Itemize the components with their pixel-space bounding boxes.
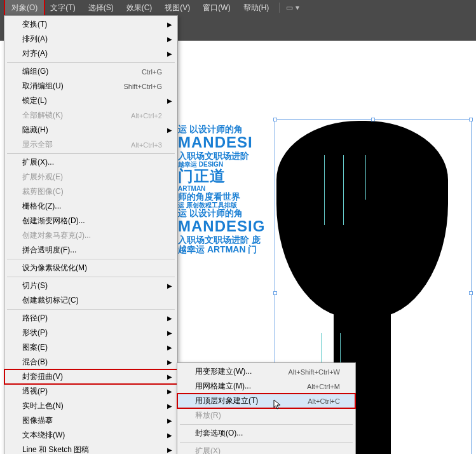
menu-type[interactable]: 文字(T) (44, 0, 81, 16)
menu-item-label: 路径(P) (22, 313, 48, 324)
submenu-arrow-icon: ▶ (167, 402, 172, 409)
menu-item: 全部解锁(K)Alt+Ctrl+2 (4, 108, 177, 123)
menu-item-label: 文本绕排(W) (22, 430, 65, 441)
handle-n[interactable] (371, 118, 375, 121)
menu-item[interactable]: Line 和 Sketch 图稿▶ (4, 443, 177, 454)
envelope-distort-submenu: 用变形建立(W)...Alt+Shift+Ctrl+W用网格建立(M)...Al… (177, 362, 356, 454)
menubar-separator (279, 3, 280, 13)
menu-item[interactable]: 图案(E)▶ (4, 340, 177, 355)
menu-item[interactable]: 排列(A)▶ (4, 32, 177, 46)
menu-help[interactable]: 帮助(H) (237, 0, 276, 16)
menu-item-label: 编组(G) (22, 66, 48, 77)
object-menu-dropdown: 变换(T)▶排列(A)▶对齐(A)▶编组(G)Ctrl+G取消编组(U)Shif… (4, 15, 178, 454)
menu-item[interactable]: 图像描摹▶ (4, 413, 177, 428)
menu-item-label: 释放(R) (195, 410, 221, 421)
menu-object[interactable]: 对象(O) (5, 0, 44, 16)
submenu-item[interactable]: 用变形建立(W)...Alt+Shift+Ctrl+W (177, 364, 355, 379)
menu-separator (7, 259, 175, 259)
menu-separator (7, 153, 175, 154)
menu-item[interactable]: 变换(T)▶ (4, 17, 177, 32)
menubar: 对象(O) 文字(T) 选择(S) 效果(C) 视图(V) 窗口(W) 帮助(H… (0, 0, 476, 15)
submenu-arrow-icon: ▶ (167, 446, 172, 453)
menu-item[interactable]: 混合(B)▶ (4, 355, 177, 369)
menu-item[interactable]: 隐藏(H)▶ (4, 123, 177, 137)
menu-item[interactable]: 编组(G)Ctrl+G (4, 64, 177, 79)
menu-item-label: 拼合透明度(F)... (22, 245, 76, 256)
menu-item[interactable]: 设为像素级优化(M) (4, 261, 177, 275)
menu-item-label: 栅格化(Z)... (22, 201, 61, 212)
menu-separator (180, 424, 353, 425)
menu-shortcut: Alt+Shift+Ctrl+W (288, 368, 340, 376)
menu-item-label: 裁剪图像(C) (22, 186, 64, 197)
menu-item-label: 混合(B) (22, 357, 48, 368)
menu-item-label: 全部解锁(K) (22, 110, 63, 121)
menu-item-label: 图案(E) (22, 342, 48, 353)
menu-item-label: 透视(P) (22, 386, 48, 397)
menu-item[interactable]: 创建裁切标记(C) (4, 293, 177, 308)
submenu-arrow-icon: ▶ (167, 50, 172, 57)
submenu-arrow-icon: ▶ (167, 359, 172, 366)
menu-item-label: 显示全部 (22, 139, 53, 150)
submenu-arrow-icon: ▶ (167, 329, 172, 336)
menu-effect[interactable]: 效果(C) (120, 0, 159, 16)
submenu-item: 释放(R) (177, 408, 355, 423)
menu-select[interactable]: 选择(S) (82, 0, 120, 16)
menu-shortcut: Shift+Ctrl+G (123, 83, 162, 90)
menu-item-label: 用顶层对象建立(T) (195, 396, 258, 406)
menu-item[interactable]: 封套扭曲(V)▶ (4, 369, 177, 384)
menu-item[interactable]: 扩展(X)... (4, 155, 177, 170)
menu-item: 裁剪图像(C) (4, 184, 177, 199)
submenu-item[interactable]: 封套选项(O)... (177, 426, 355, 441)
handle-ne[interactable] (469, 118, 473, 121)
submenu-item: 扩展(X) (177, 444, 355, 454)
menu-item-label: 扩展(X)... (22, 157, 54, 168)
handle-nw[interactable] (273, 118, 277, 121)
submenu-arrow-icon: ▶ (167, 282, 172, 289)
menu-item[interactable]: 取消编组(U)Shift+Ctrl+G (4, 79, 177, 93)
menu-item[interactable]: 形状(P)▶ (4, 326, 177, 340)
submenu-arrow-icon: ▶ (167, 344, 172, 351)
menu-item-label: 切片(S) (22, 280, 48, 291)
menu-separator (7, 277, 175, 277)
menu-item[interactable]: 实时上色(N)▶ (4, 399, 177, 413)
menu-item[interactable]: 栅格化(Z)... (4, 199, 177, 214)
menu-view[interactable]: 视图(V) (158, 0, 196, 16)
menu-item[interactable]: 创建渐变网格(D)... (4, 214, 177, 228)
menu-shortcut: Alt+Ctrl+3 (131, 141, 162, 149)
handle-e[interactable] (469, 291, 473, 295)
guide-line (324, 155, 325, 225)
menu-item[interactable]: 切片(S)▶ (4, 279, 177, 293)
menu-separator (7, 309, 175, 310)
submenu-arrow-icon: ▶ (167, 388, 172, 395)
menu-item-label: 变换(T) (22, 19, 47, 30)
menu-item-label: 锁定(L) (22, 95, 47, 106)
menu-item[interactable]: 拼合透明度(F)... (4, 243, 177, 258)
handle-w[interactable] (273, 291, 277, 295)
menu-item[interactable]: 路径(P)▶ (4, 311, 177, 326)
menu-window[interactable]: 窗口(W) (196, 0, 236, 16)
submenu-arrow-icon: ▶ (167, 97, 172, 104)
guide-line (365, 155, 366, 200)
menu-item-label: 隐藏(H) (22, 125, 48, 135)
menu-separator (180, 442, 353, 443)
guide-line (343, 155, 344, 225)
menu-item[interactable]: 透视(P)▶ (4, 384, 177, 399)
submenu-item[interactable]: 用顶层对象建立(T)Alt+Ctrl+C (177, 394, 355, 408)
menu-item[interactable]: 锁定(L)▶ (4, 93, 177, 108)
menu-item[interactable]: 对齐(A)▶ (4, 46, 177, 61)
layout-icon[interactable]: ▭ (286, 3, 293, 12)
menu-item-label: 设为像素级优化(M) (22, 263, 87, 273)
menu-item: 创建对象马赛克(J)... (4, 228, 177, 243)
submenu-item[interactable]: 用网格建立(M)...Alt+Ctrl+M (177, 379, 355, 394)
menu-shortcut: Alt+Ctrl+M (307, 383, 340, 390)
menu-separator (7, 62, 175, 63)
menu-item[interactable]: 文本绕排(W)▶ (4, 428, 177, 443)
menu-item-label: 封套扭曲(V) (22, 371, 63, 382)
menu-item-label: Line 和 Sketch 图稿 (22, 444, 89, 454)
dropdown-icon[interactable]: ▾ (296, 3, 299, 12)
menu-item: 显示全部Alt+Ctrl+3 (4, 137, 177, 152)
menu-item-label: 用变形建立(W)... (195, 366, 252, 377)
menu-item-label: 扩展外观(E) (22, 172, 63, 182)
menu-item-label: 对齐(A) (22, 48, 48, 59)
submenu-arrow-icon: ▶ (167, 127, 172, 134)
